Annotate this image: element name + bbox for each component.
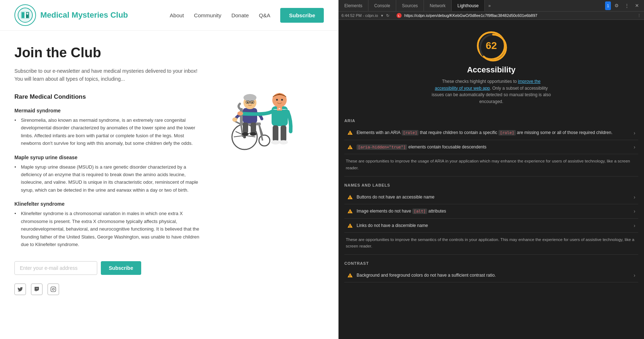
svg-point-38 bbox=[237, 111, 243, 116]
svg-text:!: ! bbox=[349, 210, 350, 214]
devtools-action-buttons: 1 ⚙ ⋮ ✕ bbox=[605, 1, 644, 10]
warn-icon-img-alt: ! bbox=[347, 208, 353, 214]
devtools-url-bar: 6:44:52 PM - cdpn.io ▾ ↻ L https://cdpn.… bbox=[339, 12, 644, 20]
accessibility-score-circle: 62 bbox=[477, 31, 506, 60]
condition-mermaid-desc: Sirenomelia, also known as mermaid syndr… bbox=[14, 116, 202, 147]
page-title: Join the Club bbox=[14, 45, 202, 61]
audit-item-contrast[interactable]: ! Background and foreground colors do no… bbox=[344, 268, 638, 282]
illustration bbox=[201, 52, 317, 153]
audit-description: These checks highlight opportunities to … bbox=[430, 78, 553, 105]
svg-point-32 bbox=[250, 132, 256, 136]
names-labels-section-note: These are opportunities to improve the s… bbox=[344, 233, 638, 255]
devtools-time: 6:44:52 PM - cdpn.io bbox=[341, 13, 378, 18]
svg-rect-30 bbox=[251, 122, 256, 133]
condition-maple-title: Maple syrup urine disease bbox=[14, 155, 202, 160]
svg-text:!: ! bbox=[349, 146, 350, 150]
svg-rect-40 bbox=[281, 125, 286, 142]
instagram-icon[interactable] bbox=[48, 284, 59, 295]
svg-point-35 bbox=[276, 99, 278, 101]
audit-item-aria-role[interactable]: ! Elements with an ARIA [role] that requ… bbox=[344, 126, 638, 140]
names-labels-section-header: NAMES AND LABELS bbox=[344, 183, 638, 187]
conditions-section-title: Rare Medical Conditions bbox=[14, 93, 202, 101]
chevron-aria-role: › bbox=[634, 130, 635, 136]
tab-console[interactable]: Console bbox=[368, 0, 396, 11]
devtools-url: https://cdpn.io/pen/debug/KKebGwO/0d8ee1… bbox=[404, 13, 537, 18]
aria-section-header: ARIA bbox=[344, 119, 638, 123]
svg-point-42 bbox=[279, 140, 288, 144]
svg-rect-4 bbox=[24, 12, 26, 18]
svg-point-31 bbox=[242, 132, 249, 136]
settings-icon[interactable]: ⚙ bbox=[612, 1, 621, 10]
tab-network[interactable]: Network bbox=[424, 0, 452, 11]
audit-item-buttons-name[interactable]: ! Buttons do not have an accessible name… bbox=[344, 190, 638, 204]
lighthouse-content: 62 Accessibility These checks highlight … bbox=[339, 20, 644, 339]
nav-community[interactable]: Community bbox=[194, 12, 222, 18]
audit-item-aria-hidden[interactable]: ! [aria-hidden="true"] elements contain … bbox=[344, 140, 638, 155]
svg-point-17 bbox=[259, 135, 270, 146]
tab-more-icon[interactable]: » bbox=[485, 3, 495, 8]
site-logo-area: Medical Mysteries Club bbox=[14, 4, 128, 26]
devtools-panel: Elements Console Sources Network Lightho… bbox=[339, 0, 644, 339]
url-more-icon[interactable]: ⋮ bbox=[637, 13, 641, 18]
condition-maple: Maple syrup urine disease Maple syrup ur… bbox=[14, 155, 202, 194]
site-nav: About Community Donate Q&A Subscribe bbox=[170, 8, 324, 23]
website-panel: Medical Mysteries Club About Community D… bbox=[0, 0, 339, 339]
code-role-1: [role] bbox=[402, 130, 419, 135]
svg-text:!: ! bbox=[349, 274, 350, 278]
audit-section-aria: ARIA ! Elements with an ARIA [role] that… bbox=[344, 119, 638, 177]
condition-klinefelter-title: Klinefelter syndrome bbox=[14, 201, 202, 207]
site-header: Medical Mysteries Club About Community D… bbox=[0, 0, 338, 31]
more-options-icon[interactable]: ⋮ bbox=[622, 1, 631, 10]
tab-sources[interactable]: Sources bbox=[396, 0, 424, 11]
svg-rect-19 bbox=[240, 108, 243, 125]
audit-section-contrast: CONTRAST ! Background and foreground col… bbox=[344, 261, 638, 282]
devtools-toolbar: Elements Console Sources Network Lightho… bbox=[339, 0, 644, 12]
condition-klinefelter-desc: Klinefelter syndrome is a chromosomal va… bbox=[14, 210, 202, 248]
svg-text:!: ! bbox=[349, 224, 350, 228]
svg-text:!: ! bbox=[349, 131, 350, 135]
site-logo bbox=[14, 4, 36, 26]
form-subscribe-button[interactable]: Subscribe bbox=[101, 261, 141, 275]
refresh-icon[interactable]: ↻ bbox=[386, 13, 389, 18]
site-title: Medical Mysteries Club bbox=[40, 10, 128, 20]
text-column: Join the Club Subscribe to our e-newslet… bbox=[14, 45, 202, 295]
svg-point-8 bbox=[52, 289, 54, 290]
condition-mermaid: Mermaid syndrome Sirenomelia, also known… bbox=[14, 108, 202, 147]
svg-point-28 bbox=[232, 117, 237, 122]
audit-section-names-labels: NAMES AND LABELS ! Buttons do not have a… bbox=[344, 183, 638, 255]
tab-lighthouse[interactable]: Lighthouse bbox=[452, 0, 485, 11]
contrast-section-header: CONTRAST bbox=[344, 261, 638, 266]
social-icons bbox=[14, 284, 202, 295]
page-subtitle: Subscribe to our e-newsletter and have m… bbox=[14, 67, 202, 83]
svg-rect-39 bbox=[273, 125, 278, 142]
audit-item-contrast-text: Background and foreground colors do not … bbox=[357, 272, 630, 278]
close-devtools-icon[interactable]: ✕ bbox=[632, 1, 641, 10]
svg-point-34 bbox=[272, 93, 287, 107]
svg-point-36 bbox=[281, 99, 283, 101]
code-role-2: [role] bbox=[498, 130, 516, 135]
header-subscribe-button[interactable]: Subscribe bbox=[280, 8, 324, 23]
svg-rect-7 bbox=[51, 287, 55, 292]
chevron-img-alt: › bbox=[634, 208, 635, 214]
nav-qa[interactable]: Q&A bbox=[259, 12, 270, 18]
audit-item-img-alt-text: Image elements do not have [alt] attribu… bbox=[357, 208, 630, 215]
tab-elements[interactable]: Elements bbox=[339, 0, 368, 11]
twitter-icon[interactable] bbox=[14, 284, 26, 295]
audit-item-img-alt[interactable]: ! Image elements do not have [alt] attri… bbox=[344, 204, 638, 219]
svg-point-24 bbox=[251, 102, 253, 103]
svg-rect-29 bbox=[243, 122, 248, 133]
twitch-icon[interactable] bbox=[31, 284, 43, 295]
nav-donate[interactable]: Donate bbox=[231, 12, 249, 18]
email-input[interactable] bbox=[14, 261, 97, 275]
nav-about[interactable]: About bbox=[170, 12, 184, 18]
chevron-links-name: › bbox=[634, 223, 635, 228]
code-aria-hidden: [aria-hidden="true"] bbox=[357, 144, 407, 150]
audit-item-links-name-text: Links do not have a discernible name bbox=[357, 222, 630, 229]
svg-text:!: ! bbox=[349, 196, 350, 200]
chevron-contrast: › bbox=[634, 272, 635, 278]
audit-item-links-name[interactable]: ! Links do not have a discernible name › bbox=[344, 219, 638, 233]
url-arrow: ▾ bbox=[381, 13, 383, 18]
devtools-tabs: Elements Console Sources Network Lightho… bbox=[339, 0, 495, 11]
warn-icon-aria-hidden: ! bbox=[347, 144, 353, 150]
warn-icon-links-name: ! bbox=[347, 223, 353, 228]
